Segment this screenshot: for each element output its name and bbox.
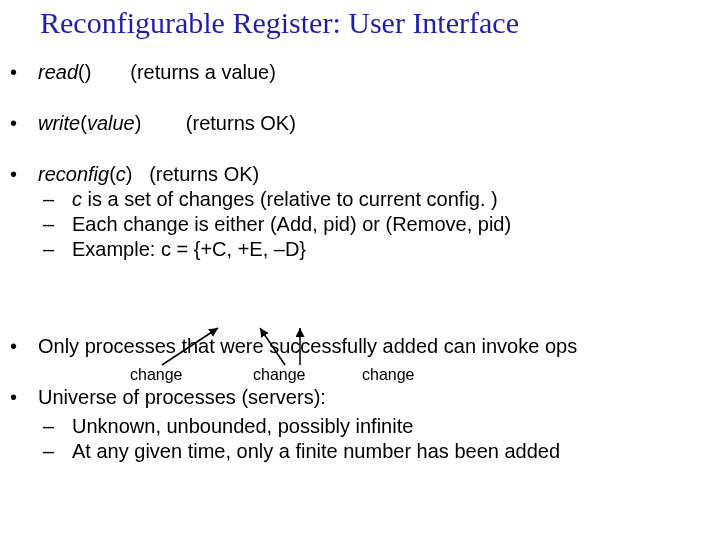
slide: Reconfigurable Register: User Interface …	[0, 0, 720, 540]
bullet-icon: •	[0, 334, 38, 359]
bullet-icon: •	[0, 162, 38, 187]
change-label-3: change	[362, 366, 415, 384]
op-name: write	[38, 112, 80, 134]
dash-icon: –	[0, 212, 72, 237]
sub-text: Unknown, unbounded, possibly infinite	[72, 414, 720, 439]
bullet-read: • read() (returns a value)	[0, 60, 720, 85]
bullet-text: Universe of processes (servers):	[38, 385, 720, 410]
bullet-text: Only processes that were successfully ad…	[38, 334, 720, 359]
bullet-write: • write(value) (returns OK)	[0, 111, 720, 136]
universe-sub-1: – Unknown, unbounded, possibly infinite	[0, 414, 720, 439]
op-name: reconfig	[38, 163, 109, 185]
sub-text: is a set of changes (relative to current…	[82, 188, 498, 210]
op-name: read	[38, 61, 78, 83]
sub-text: Each change is either (Add, pid) or (Rem…	[72, 212, 720, 237]
change-label-2: change	[253, 366, 306, 384]
bullet-icon: •	[0, 60, 38, 85]
bullet-icon: •	[0, 111, 38, 136]
change-label-1: change	[130, 366, 183, 384]
dash-icon: –	[0, 237, 72, 262]
dash-icon: –	[0, 414, 72, 439]
op-return: (returns OK)	[149, 163, 259, 185]
dash-icon: –	[0, 439, 72, 464]
universe-sub-2: – At any given time, only a finite numbe…	[0, 439, 720, 464]
slide-title: Reconfigurable Register: User Interface	[40, 6, 700, 40]
sub-text: Example: c = {+C, +E, –D}	[72, 237, 720, 262]
op-arg: c	[116, 163, 126, 185]
reconfig-sub-1: – c is a set of changes (relative to cur…	[0, 187, 720, 212]
paren-open: (	[109, 163, 116, 185]
bullet-icon: •	[0, 385, 38, 410]
paren-open: (	[80, 112, 87, 134]
slide-body: • read() (returns a value) • write(value…	[0, 60, 720, 464]
reconfig-sub-3: – Example: c = {+C, +E, –D}	[0, 237, 720, 262]
op-return: (returns a value)	[130, 61, 276, 83]
bullet-reconfig: • reconfig(c) (returns OK)	[0, 162, 720, 187]
sub-arg: c	[72, 188, 82, 210]
op-arg: value	[87, 112, 135, 134]
bullet-only-processes: • Only processes that were successfully …	[0, 334, 720, 359]
paren-close: )	[135, 112, 142, 134]
reconfig-sub-2: – Each change is either (Add, pid) or (R…	[0, 212, 720, 237]
dash-icon: –	[0, 187, 72, 212]
bullet-universe: • Universe of processes (servers):	[0, 385, 720, 410]
op-return: (returns OK)	[186, 112, 296, 134]
paren-close: )	[126, 163, 133, 185]
op-parens: ()	[78, 61, 91, 83]
sub-text: At any given time, only a finite number …	[72, 439, 720, 464]
